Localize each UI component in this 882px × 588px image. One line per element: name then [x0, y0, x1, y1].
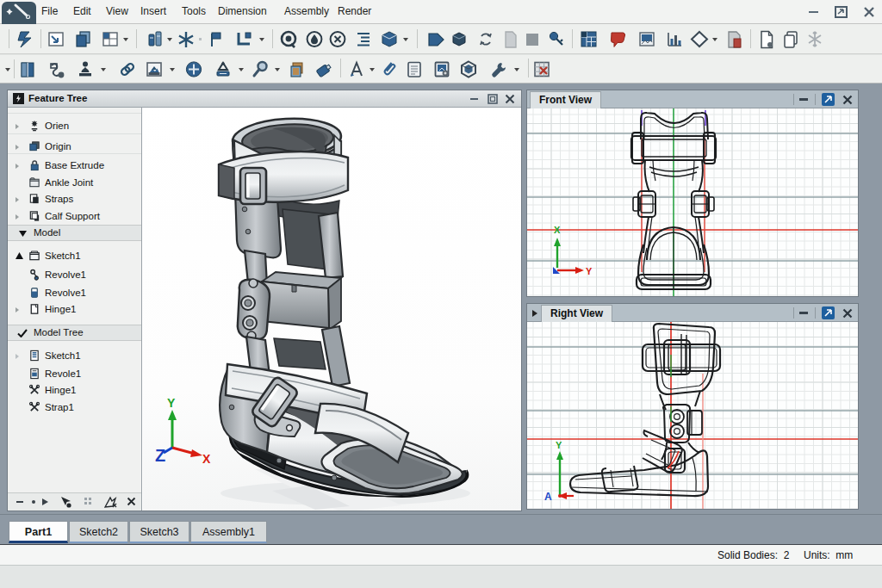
svg-text:X: X	[202, 452, 211, 466]
svg-text:Y: Y	[586, 266, 593, 276]
svg-text:Y: Y	[556, 440, 562, 450]
svg-text:Z: Z	[155, 446, 165, 465]
svg-text:X: X	[554, 225, 561, 235]
svg-text:A: A	[544, 491, 552, 503]
svg-text:Y: Y	[167, 396, 176, 410]
